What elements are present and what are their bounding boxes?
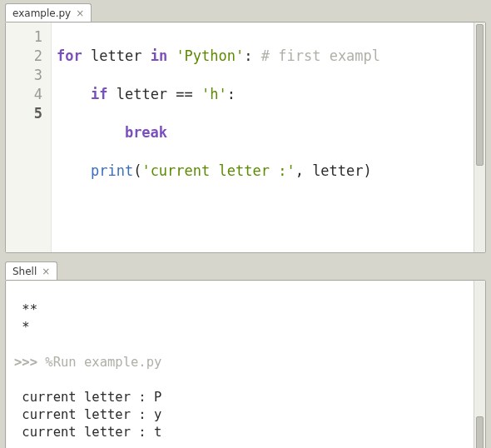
line-number: 1 [6,27,42,47]
editor-tab-label: example.py [12,7,71,19]
shell-output-line: current letter : y [14,407,161,422]
shell-scrollbar[interactable] [474,281,485,448]
code-line: print('current letter :', letter) [57,162,380,181]
close-icon[interactable]: × [76,8,84,18]
code-line: for letter in 'Python': # first exampl [57,47,380,66]
line-number: 5 [6,104,42,123]
scrollbar-thumb[interactable] [476,416,484,448]
shell-banner-line: ** [14,302,37,317]
editor-tabbar: example.py × [0,0,491,22]
shell-banner-line: * [14,320,30,335]
line-number-gutter: 1 2 3 4 5 [6,22,52,252]
shell-tabbar: Shell × [0,258,491,280]
shell-frame: ** * >>> %Run example.py current letter … [5,280,486,448]
editor-tab-example[interactable]: example.py × [5,3,92,22]
scrollbar-thumb[interactable] [476,24,484,166]
shell-tab-label: Shell [12,266,37,277]
shell-output-line: current letter : t [14,425,161,440]
editor-pane: example.py × 1 2 3 4 5 for letter in 'Py… [0,0,491,258]
editor-scrollbar[interactable] [474,22,485,252]
ide-window: example.py × 1 2 3 4 5 for letter in 'Py… [0,0,491,448]
line-number: 4 [6,85,42,104]
shell-prompt: >>> [14,355,37,370]
shell-output-line: current letter : P [14,390,161,405]
code-editor[interactable]: 1 2 3 4 5 for letter in 'Python': # firs… [6,22,474,252]
line-number: 3 [6,66,42,85]
shell-tab[interactable]: Shell × [5,261,57,280]
shell-console[interactable]: ** * >>> %Run example.py current letter … [6,281,474,448]
line-number: 2 [6,47,42,66]
code-line [57,200,380,219]
code-area[interactable]: for letter in 'Python': # first exampl i… [52,22,380,252]
shell-pane: Shell × ** * >>> %Run example.py current… [0,258,491,448]
close-icon[interactable]: × [42,266,50,276]
code-line: if letter == 'h': [57,85,380,104]
code-line: break [57,123,380,142]
shell-run-command: %Run example.py [45,355,161,370]
editor-frame: 1 2 3 4 5 for letter in 'Python': # firs… [5,22,486,253]
